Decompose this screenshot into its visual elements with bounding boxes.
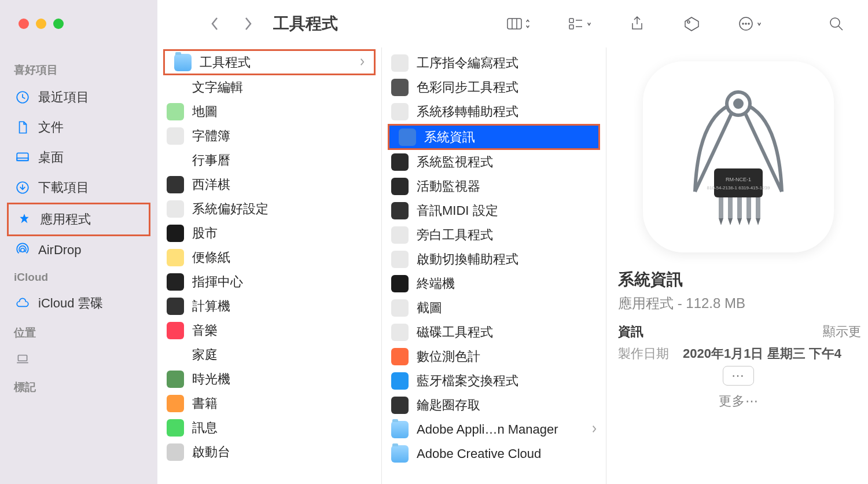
group-button[interactable] [562,15,596,32]
list-item[interactable]: 工具程式 [163,49,376,75]
svg-rect-21 [728,197,733,218]
tags-button[interactable] [678,15,705,32]
list-item[interactable]: Adobe Appli…n Manager [382,417,606,442]
svg-rect-20 [719,197,723,218]
chevron-right-icon [591,422,597,437]
colormeter-icon [391,348,409,365]
list-item[interactable]: 指揮中心 [157,270,381,294]
list-item[interactable]: 色彩同步工具程式 [382,75,606,100]
list-item[interactable]: Adobe Creative Cloud [382,442,606,466]
list-item[interactable]: 活動監視器 [382,174,606,199]
activity-icon [391,178,409,195]
svg-point-8 [830,18,840,27]
list-item[interactable]: 時光機 [157,367,381,391]
back-button[interactable] [201,15,229,32]
sidebar-item-label: 下載項目 [38,179,89,196]
list-item[interactable]: 磁碟工具程式 [382,320,606,344]
svg-rect-10 [17,153,28,160]
window-controls [19,19,64,29]
svg-marker-28 [746,218,751,225]
list-item[interactable]: 訊息 [157,416,381,440]
forward-button[interactable] [234,15,262,32]
list-item[interactable]: 系統監視程式 [382,150,606,174]
item-label: 地圖 [192,103,218,120]
desktop-icon [15,150,30,165]
list-item[interactable]: 地圖 [157,100,381,124]
list-item[interactable]: 行事曆 [157,148,381,173]
column-utilities: 工序指令編寫程式色彩同步工具程式系統移轉輔助程式系統資訊系統監視程式活動監視器音… [382,47,606,484]
list-item[interactable]: 書籍 [157,391,381,416]
list-item[interactable]: 家庭 [157,343,381,367]
list-item[interactable]: 旁白工具程式 [382,223,606,247]
list-item[interactable]: 藍牙檔案交換程式 [382,369,606,393]
item-label: 旁白工具程式 [417,226,493,244]
preview-subtitle: 應用程式 - 112.8 MB [618,294,745,313]
launchpad-icon [167,443,184,461]
svg-point-16 [735,100,742,107]
list-item[interactable]: 音訊MIDI 設定 [382,199,606,223]
svg-text:810-54-2136-1  6319-415-1239: 810-54-2136-1 6319-415-1239 [707,185,771,190]
laptop-icon [15,351,30,366]
sidebar-item[interactable]: 下載項目 [7,173,150,203]
svg-point-5 [742,23,744,24]
view-columns-button[interactable] [501,15,535,32]
list-item[interactable]: 文字編輯 [157,75,381,100]
list-item[interactable]: 系統資訊 [388,124,600,150]
timemachine-icon [167,371,184,388]
item-label: 書籍 [192,395,218,412]
list-item[interactable]: 終端機 [382,272,606,296]
list-item[interactable]: 鑰匙圈存取 [382,393,606,417]
sidebar-header: 位置 [14,325,144,340]
list-item[interactable]: 截圖 [382,296,606,320]
list-item[interactable]: 音樂 [157,318,381,343]
item-label: 截圖 [417,299,442,317]
sidebar-item[interactable] [7,345,150,373]
list-item[interactable]: 便條紙 [157,245,381,270]
doc-icon [15,120,30,135]
list-item[interactable]: 啟動切換輔助程式 [382,247,606,272]
close-button[interactable] [19,19,29,29]
midi-icon [391,202,409,219]
toolbar: 工具程式 [0,0,868,47]
list-item[interactable]: 系統移轉輔助程式 [382,100,606,124]
item-label: 工序指令編寫程式 [417,54,518,72]
apps-icon [17,212,32,227]
sidebar-item[interactable]: 桌面 [7,142,150,173]
more-actions-button[interactable]: ⋯ [723,366,754,386]
sidebar-item[interactable]: AirDrop [7,236,150,264]
list-item[interactable]: 股市 [157,221,381,245]
svg-rect-22 [737,197,742,218]
search-button[interactable] [823,15,849,32]
svg-rect-0 [507,19,521,29]
chess-icon [167,176,184,193]
svg-point-13 [21,248,25,252]
list-item[interactable]: 系統偏好設定 [157,197,381,221]
share-button[interactable] [624,15,650,32]
item-label: 系統監視程式 [417,153,493,171]
list-item[interactable]: 工序指令編寫程式 [382,51,606,75]
actions-button[interactable] [733,15,766,32]
item-label: 計算機 [192,298,230,315]
list-item[interactable]: 西洋棋 [157,173,381,197]
item-label: Adobe Appli…n Manager [417,422,558,437]
calc-icon [167,298,184,315]
minimize-button[interactable] [36,19,46,29]
sidebar-item[interactable]: iCloud 雲碟 [7,288,150,318]
list-item[interactable]: 啟動台 [157,440,381,464]
sidebar-item[interactable]: 應用程式 [7,203,150,236]
sidebar-item[interactable]: 最近項目 [7,82,150,112]
sidebar-item[interactable]: 文件 [7,112,150,142]
item-label: 工具程式 [200,54,251,71]
keychain-icon [391,397,409,414]
maximize-button[interactable] [53,19,64,29]
list-item[interactable]: 計算機 [157,294,381,318]
clock-icon [15,90,30,105]
list-item[interactable]: 數位測色計 [382,344,606,369]
item-label: 文字編輯 [192,79,243,96]
list-item[interactable]: 字體簿 [157,124,381,148]
item-label: 家庭 [192,346,218,364]
item-label: 系統資訊 [424,129,475,146]
preview-show-more[interactable]: 顯示更 [823,323,861,340]
sidebar-item-label: iCloud 雲碟 [38,295,103,312]
window-title: 工具程式 [273,13,338,35]
